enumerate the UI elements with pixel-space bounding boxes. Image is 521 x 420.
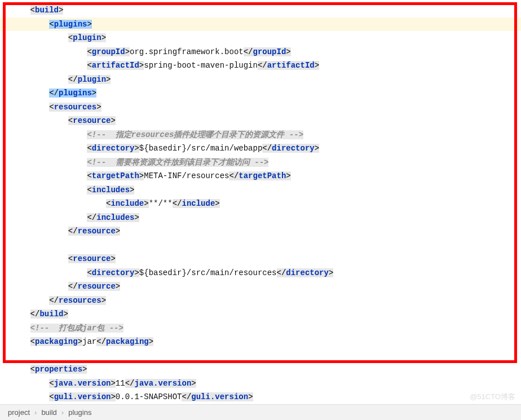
chevron-icon: › — [32, 408, 39, 417]
watermark: @51CTO博客 — [470, 392, 515, 402]
breadcrumb: project › build › plugins — [0, 404, 521, 420]
breadcrumb-build[interactable]: build — [39, 408, 59, 417]
chevron-icon: › — [59, 408, 66, 417]
breadcrumb-plugins[interactable]: plugins — [66, 408, 94, 417]
breadcrumb-project[interactable]: project — [6, 408, 32, 417]
code-editor[interactable]: <build> <plugins> <plugin> <groupId>org.… — [0, 0, 521, 404]
